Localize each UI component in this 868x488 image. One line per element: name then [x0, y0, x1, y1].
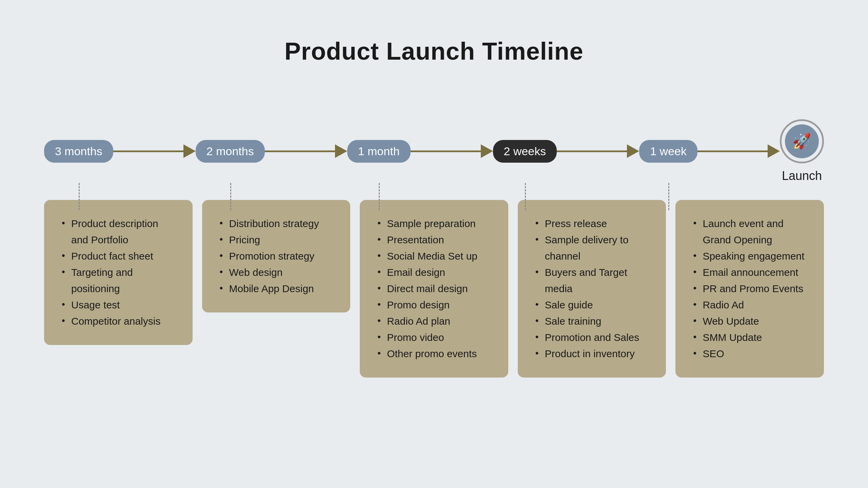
arrow-1	[113, 149, 196, 153]
list-item: Sample delivery to channel	[533, 232, 651, 264]
slide: Product Launch Timeline 3 months 2 month…	[0, 0, 868, 488]
list-item: Targeting and positioning	[59, 264, 178, 297]
list-item: Social Media Set up	[375, 248, 493, 264]
page-title: Product Launch Timeline	[284, 37, 584, 65]
card-1month-list: Sample preparation Presentation Social M…	[375, 216, 493, 362]
label-2weeks: 2 weeks	[493, 140, 557, 163]
card-2weeks: Press release Sample delivery to channel…	[518, 200, 666, 378]
launch-label: Launch	[782, 169, 822, 183]
list-item: Email design	[375, 264, 493, 281]
arrow-head-3	[481, 144, 493, 158]
arrow-head-5	[768, 144, 780, 158]
card-3months-list: Product description and Portfolio Produc…	[59, 216, 178, 329]
arrow-head-2	[335, 144, 347, 158]
cards-row: Product description and Portfolio Produc…	[44, 200, 824, 378]
list-item: Buyers and Target media	[533, 264, 651, 297]
label-1week: 1 week	[639, 140, 697, 163]
list-item: Distribution strategy	[217, 216, 336, 232]
card-1week: Launch event and Grand Opening Speaking …	[675, 200, 824, 378]
arrow-head-4	[627, 144, 639, 158]
label-2months: 2 months	[196, 140, 265, 163]
list-item: SMM Update	[690, 329, 809, 346]
arrow-2	[265, 149, 347, 153]
list-item: Email announcement	[690, 264, 809, 281]
arrow-head-1	[183, 144, 196, 158]
list-item: Radio Ad plan	[375, 313, 493, 329]
arrow-line-3	[411, 150, 481, 152]
card-1month: Sample preparation Presentation Social M…	[360, 200, 508, 378]
card-2weeks-list: Press release Sample delivery to channel…	[533, 216, 651, 362]
card-1week-list: Launch event and Grand Opening Speaking …	[690, 216, 809, 362]
list-item: Promo design	[375, 297, 493, 313]
list-item: Competitor analysis	[59, 313, 178, 329]
dashed-connector-1	[230, 183, 231, 210]
list-item: Web Update	[690, 313, 809, 329]
list-item: Press release	[533, 216, 651, 232]
list-item: Web design	[217, 264, 336, 281]
list-item: Promotion strategy	[217, 248, 336, 264]
card-2months-list: Distribution strategy Pricing Promotion …	[217, 216, 336, 297]
list-item: Sample preparation	[375, 216, 493, 232]
list-item: Usage test	[59, 297, 178, 313]
card-2months: Distribution strategy Pricing Promotion …	[202, 200, 351, 312]
rocket-icon: 🚀	[792, 133, 811, 150]
launch-wrapper: 🚀 Launch	[780, 119, 824, 183]
arrow-line-2	[265, 150, 335, 152]
list-item: Sale training	[533, 313, 651, 329]
dashed-connector-0	[79, 183, 80, 210]
timeline-area: 3 months 2 months 1 month	[44, 119, 824, 378]
timeline-row: 3 months 2 months 1 month	[44, 119, 824, 183]
dashed-connector-2	[379, 183, 380, 210]
arrow-4	[557, 149, 639, 153]
dashed-connector-4	[668, 183, 669, 210]
list-item: Promotion and Sales	[533, 329, 651, 346]
arrow-line-4	[557, 150, 627, 152]
list-item: Other promo events	[375, 346, 493, 362]
list-item: Launch event and Grand Opening	[690, 216, 809, 248]
list-item: PR and Promo Events	[690, 281, 809, 297]
list-item: Product fact sheet	[59, 248, 178, 264]
arrow-line-1	[113, 150, 183, 152]
list-item: Speaking engagement	[690, 248, 809, 264]
list-item: Pricing	[217, 232, 336, 248]
list-item: Product in inventory	[533, 346, 651, 362]
list-item: Product description and Portfolio	[59, 216, 178, 248]
list-item: Radio Ad	[690, 297, 809, 313]
list-item: Sale guide	[533, 297, 651, 313]
arrow-line-5	[697, 150, 768, 152]
connectors-area	[44, 183, 824, 210]
list-item: Mobile App Design	[217, 281, 336, 297]
dashed-connector-3	[525, 183, 526, 210]
launch-circle-inner: 🚀	[785, 124, 819, 158]
label-3months: 3 months	[44, 140, 113, 163]
list-item: Presentation	[375, 232, 493, 248]
list-item: SEO	[690, 346, 809, 362]
arrow-3	[411, 149, 493, 153]
launch-circle-outer: 🚀	[780, 119, 824, 163]
arrow-5	[697, 149, 780, 153]
card-3months: Product description and Portfolio Produc…	[44, 200, 193, 345]
list-item: Promo video	[375, 329, 493, 346]
list-item: Direct mail design	[375, 281, 493, 297]
label-1month: 1 month	[347, 140, 411, 163]
